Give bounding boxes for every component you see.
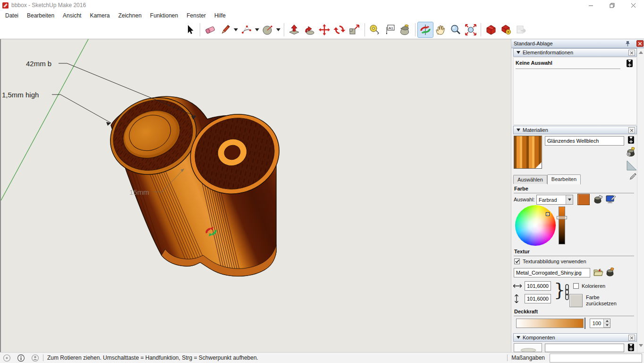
scroll-up-icon[interactable] bbox=[638, 49, 644, 56]
minimize-button[interactable] bbox=[580, 0, 602, 10]
edit-texture-icon[interactable] bbox=[606, 267, 616, 278]
texture-width-input[interactable] bbox=[525, 281, 551, 291]
chevron-down-icon bbox=[566, 195, 573, 204]
color-wheel-selector[interactable] bbox=[546, 212, 550, 216]
materials-close-button[interactable] bbox=[628, 127, 635, 133]
entity-info-close-button[interactable] bbox=[628, 50, 635, 56]
browse-texture-icon[interactable] bbox=[593, 268, 604, 277]
section-header-entity-info[interactable]: Elementinformationen bbox=[513, 48, 637, 57]
warehouse-download-button[interactable] bbox=[483, 22, 499, 37]
pencil-tool-button[interactable] bbox=[218, 22, 233, 37]
close-button[interactable] bbox=[623, 0, 644, 10]
entity-details-toggle-icon[interactable] bbox=[627, 60, 633, 67]
colorize-checkbox[interactable] bbox=[573, 283, 579, 289]
texture-height-input[interactable] bbox=[525, 294, 551, 303]
menu-ansicht[interactable]: Ansicht bbox=[59, 11, 85, 20]
material-preview[interactable] bbox=[514, 136, 542, 169]
opacity-value: 100 bbox=[590, 319, 603, 328]
tray-scrollbar[interactable] bbox=[637, 48, 644, 352]
tab-bearbeiten[interactable]: Bearbeiten bbox=[547, 174, 581, 184]
create-material-icon[interactable] bbox=[626, 147, 636, 158]
pin-icon[interactable] bbox=[625, 41, 630, 48]
zoom-tool-button[interactable] bbox=[448, 22, 463, 37]
geolocation-icon[interactable] bbox=[3, 354, 11, 362]
use-texture-row: Texturabbildung verwenden bbox=[514, 259, 586, 264]
materials-title: Materialien bbox=[523, 127, 548, 133]
menu-hilfe[interactable]: Hilfe bbox=[210, 11, 230, 20]
pushpull-tool-button[interactable] bbox=[287, 22, 302, 37]
orbit-tool-button[interactable] bbox=[418, 22, 433, 37]
tab-auswaehlen[interactable]: Auswählen bbox=[513, 175, 547, 184]
color-picker-select[interactable]: Farbrad bbox=[536, 195, 573, 205]
spin-down-icon[interactable] bbox=[604, 323, 610, 328]
opacity-slider-handle[interactable] bbox=[585, 318, 585, 329]
section-header-materials[interactable]: Materialien bbox=[513, 126, 637, 134]
pencil-dropdown[interactable] bbox=[233, 22, 239, 37]
menu-zeichnen[interactable]: Zeichnen bbox=[114, 11, 145, 20]
circle-tool-button[interactable] bbox=[260, 22, 275, 37]
rotate-tool-button[interactable] bbox=[332, 22, 347, 37]
restore-button[interactable] bbox=[602, 0, 623, 10]
measurements-input[interactable] bbox=[550, 354, 642, 363]
followme-tool-button[interactable] bbox=[302, 22, 317, 37]
3d-viewport[interactable]: 15mm 42mm b 1,5mm high bbox=[0, 39, 511, 352]
component-preview[interactable] bbox=[514, 343, 542, 352]
color-wheel[interactable] bbox=[515, 205, 556, 246]
entity-info-status: Keine Auswahl bbox=[516, 60, 620, 69]
match-object-color-icon[interactable] bbox=[593, 194, 604, 206]
select-tool-button[interactable] bbox=[182, 22, 197, 37]
dimension-height bbox=[52, 95, 111, 126]
dimension-height-label: 1,5mm high bbox=[2, 91, 39, 99]
components-title: Komponenten bbox=[523, 335, 555, 340]
paint-bucket-tool-button[interactable] bbox=[398, 22, 413, 37]
scale-tool-button[interactable] bbox=[347, 22, 362, 37]
move-tool-button[interactable] bbox=[317, 22, 332, 37]
section-header-components[interactable]: Komponenten bbox=[513, 333, 637, 342]
use-texture-checkbox[interactable] bbox=[514, 259, 520, 264]
circle-dropdown[interactable] bbox=[275, 22, 281, 37]
color-heading: Farbe bbox=[514, 186, 634, 193]
opacity-heading: Deckkraft bbox=[514, 309, 634, 316]
eyedropper-icon[interactable] bbox=[629, 173, 637, 181]
toolbar-separator bbox=[364, 23, 365, 36]
default-material-icon[interactable] bbox=[626, 160, 637, 172]
menu-datei[interactable]: Datei bbox=[1, 11, 23, 20]
pan-tool-button[interactable] bbox=[433, 22, 448, 37]
tape-measure-tool-button[interactable] bbox=[367, 22, 382, 37]
menu-bearbeiten[interactable]: Bearbeiten bbox=[23, 11, 59, 20]
materials-pane-toggle-icon[interactable] bbox=[628, 136, 634, 144]
spin-up-icon[interactable] bbox=[604, 319, 610, 323]
text-tool-button[interactable]: A1 bbox=[382, 22, 398, 37]
opacity-slider[interactable] bbox=[516, 319, 584, 328]
value-slider-handle[interactable] bbox=[557, 216, 567, 219]
arc-tool-button[interactable] bbox=[239, 22, 254, 37]
components-pane-toggle-icon[interactable] bbox=[628, 344, 634, 351]
dimension-width-label: 42mm b bbox=[26, 60, 51, 68]
info-icon[interactable] bbox=[17, 354, 25, 362]
warehouse-share-button[interactable] bbox=[499, 22, 514, 37]
material-name-input[interactable] bbox=[545, 136, 624, 146]
measurements-label: Maßangaben bbox=[511, 354, 545, 361]
value-slider[interactable] bbox=[559, 207, 565, 244]
entity-info-title: Elementinformationen bbox=[523, 50, 573, 55]
user-credits-icon[interactable] bbox=[31, 354, 39, 362]
match-screen-color-icon[interactable] bbox=[606, 195, 616, 205]
eraser-tool-button[interactable] bbox=[203, 22, 218, 37]
toolbar-separator bbox=[481, 23, 481, 36]
opacity-spinner[interactable]: 100 bbox=[590, 319, 610, 328]
texture-file-input[interactable] bbox=[514, 268, 590, 277]
scroll-down-icon[interactable] bbox=[638, 342, 644, 349]
default-tray: Standard-Ablage Elementinformationen bbox=[511, 39, 644, 352]
component-search-input[interactable] bbox=[545, 344, 624, 352]
menu-funktionen[interactable]: Funktionen bbox=[146, 11, 182, 20]
texture-heading: Textur bbox=[514, 249, 634, 256]
zoom-extents-tool-button[interactable] bbox=[463, 22, 478, 37]
components-close-button[interactable] bbox=[628, 335, 635, 341]
reset-color-swatch[interactable] bbox=[569, 294, 583, 307]
tray-close-button[interactable] bbox=[636, 40, 644, 47]
menu-fenster[interactable]: Fenster bbox=[182, 11, 210, 20]
title-bar: bbbox - SketchUp Make 2016 bbox=[0, 0, 644, 10]
current-color-swatch[interactable] bbox=[577, 194, 590, 205]
arc-dropdown[interactable] bbox=[254, 22, 260, 37]
menu-kamera[interactable]: Kamera bbox=[85, 11, 114, 20]
